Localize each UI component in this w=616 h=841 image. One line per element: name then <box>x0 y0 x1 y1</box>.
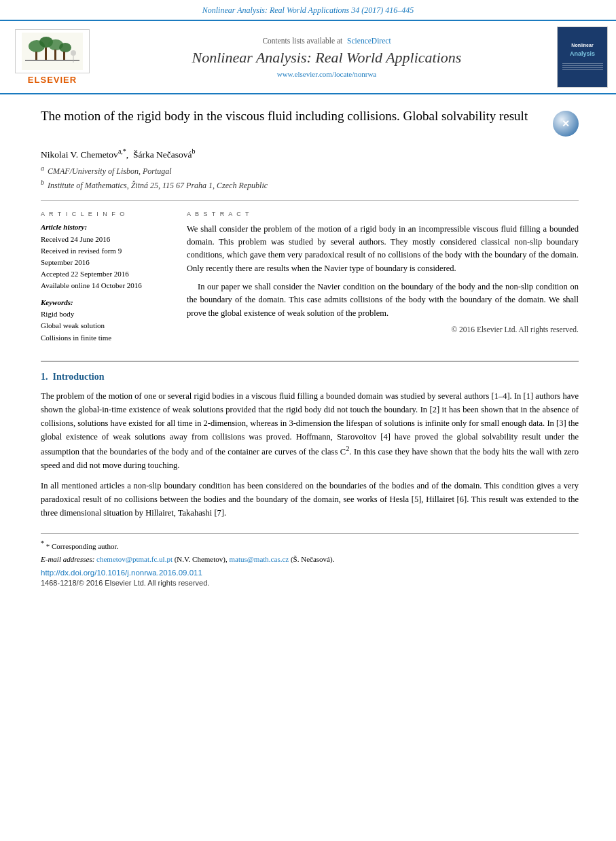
elsevier-logo-area: ELSEVIER <box>8 29 96 85</box>
svg-rect-7 <box>54 50 56 60</box>
keyword-3: Collisions in finite time <box>41 332 173 344</box>
abstract-text: We shall consider the problem of the mot… <box>187 223 579 321</box>
journal-full-title: Nonlinear Analysis: Real World Applicati… <box>105 49 549 67</box>
paper-title-area: The motion of the rigid body in the visc… <box>41 108 579 137</box>
divider-2 <box>41 361 579 362</box>
keyword-1: Rigid body <box>41 308 173 321</box>
svg-point-10 <box>71 50 76 56</box>
intro-section-num: 1. <box>41 372 48 382</box>
keywords-block: Keywords: Rigid body Global weak solutio… <box>41 298 173 344</box>
email-line: E-mail addresses: chemetov@ptmat.fc.ul.p… <box>41 554 579 565</box>
author-2-name: Šárka Nečasová <box>133 149 192 160</box>
elsevier-tree-icon <box>22 33 83 70</box>
contents-label: Contents lists available at <box>262 37 342 45</box>
paper-title-text: The motion of the rigid body in the visc… <box>41 108 553 125</box>
email-1[interactable]: chemetov@ptmat.fc.ul.pt <box>96 555 173 563</box>
journal-cover-image: Nonlinear Analysis <box>557 26 608 88</box>
intro-section-name: Introduction <box>53 372 105 382</box>
doi-link[interactable]: http://dx.doi.org/10.1016/j.nonrwa.2016.… <box>41 569 579 577</box>
journal-info-center: Contents lists available at ScienceDirec… <box>105 37 549 78</box>
journal-url: www.elsevier.com/locate/nonrwa <box>105 70 549 78</box>
crossmark-badge[interactable]: ✕ <box>553 111 579 137</box>
corresponding-author-note: * * Corresponding author. <box>41 538 579 552</box>
article-history-accepted: Accepted 22 September 2016 <box>41 268 173 280</box>
intro-section-title: 1. Introduction <box>41 372 579 382</box>
article-info-label: A R T I C L E I N F O <box>41 211 173 217</box>
author-1-name: Nikolai V. Chemetov <box>41 149 118 160</box>
sciencedirect-link[interactable]: ScienceDirect <box>347 37 391 45</box>
keyword-2: Global weak solution <box>41 320 173 332</box>
article-history-online: Available online 14 October 2016 <box>41 280 173 291</box>
elsevier-logo: ELSEVIER <box>8 29 96 85</box>
svg-point-4 <box>59 43 71 52</box>
corresponding-text: * Corresponding author. <box>46 541 119 550</box>
intro-para-2: In all mentioned articles a non-slip bou… <box>41 479 579 520</box>
footnote-area: * * Corresponding author. E-mail address… <box>41 533 579 588</box>
article-history-block: Article history: Received 24 June 2016 R… <box>41 223 173 291</box>
affil-2-text: Institute of Mathematics, Žitná 25, 115 … <box>48 181 268 190</box>
journal-citation: Nonlinear Analysis: Real World Applicati… <box>0 0 616 20</box>
affiliation-2: b Institute of Mathematics, Žitná 25, 11… <box>41 179 579 191</box>
article-meta-area: A R T I C L E I N F O Article history: R… <box>41 211 579 351</box>
abstract-label: A B S T R A C T <box>187 211 579 217</box>
intro-body: The problem of the motion of one or seve… <box>41 389 579 472</box>
article-history-title: Article history: <box>41 223 173 231</box>
intro-para-1: The problem of the motion of one or seve… <box>41 389 579 472</box>
email-label: E-mail addresses: <box>41 555 94 563</box>
article-history-revised: Received in revised form 9September 2016 <box>41 245 173 268</box>
paper-content: The motion of the rigid body in the visc… <box>0 94 616 601</box>
issn-line: 1468-1218/© 2016 Elsevier Ltd. All right… <box>41 579 579 587</box>
crossmark-icon: ✕ <box>553 111 579 137</box>
authors-line: Nikolai V. Chemetova,*, Šárka Nečasováb <box>41 147 579 160</box>
divider-1 <box>41 200 579 201</box>
affil-1-label: a <box>41 164 44 172</box>
svg-rect-9 <box>25 60 79 61</box>
journal-citation-text: Nonlinear Analysis: Real World Applicati… <box>202 5 414 15</box>
article-history-received: Received 24 June 2016 <box>41 234 173 245</box>
affiliation-1: a CMAF/University of Lisbon, Portugal <box>41 164 579 177</box>
logo-image <box>15 29 90 73</box>
svg-rect-6 <box>45 48 47 60</box>
abstract-para-1: We shall consider the problem of the mot… <box>187 223 579 276</box>
contents-available-line: Contents lists available at ScienceDirec… <box>105 37 549 45</box>
abstract-col: A B S T R A C T We shall consider the pr… <box>187 211 579 351</box>
intro-body-2: In all mentioned articles a non-slip bou… <box>41 479 579 520</box>
cover-title-bottom: Analysis <box>570 50 595 58</box>
abstract-para-2: In our paper we shall consider the Navie… <box>187 281 579 320</box>
cover-decoration <box>562 62 603 71</box>
email-2[interactable]: matus@math.cas.cz <box>229 555 289 563</box>
copyright-line: © 2016 Elsevier Ltd. All rights reserved… <box>187 325 579 334</box>
star-symbol: * <box>41 539 44 547</box>
journal-header: ELSEVIER Contents lists available at Sci… <box>0 20 616 94</box>
affil-2-label: b <box>41 179 44 186</box>
author-1-sup: a,* <box>118 147 126 155</box>
author-2-sup: b <box>192 147 196 155</box>
affil-1-text: CMAF/University of Lisbon, Portugal <box>48 166 172 176</box>
email-addresses: chemetov@ptmat.fc.ul.pt (N.V. Chemetov),… <box>96 555 334 563</box>
svg-rect-8 <box>63 52 65 60</box>
article-info-col: A R T I C L E I N F O Article history: R… <box>41 211 173 351</box>
elsevier-wordmark: ELSEVIER <box>28 75 77 85</box>
svg-rect-5 <box>35 52 37 60</box>
cover-title-top: Nonlinear <box>571 43 593 48</box>
keywords-title: Keywords: <box>41 298 173 306</box>
